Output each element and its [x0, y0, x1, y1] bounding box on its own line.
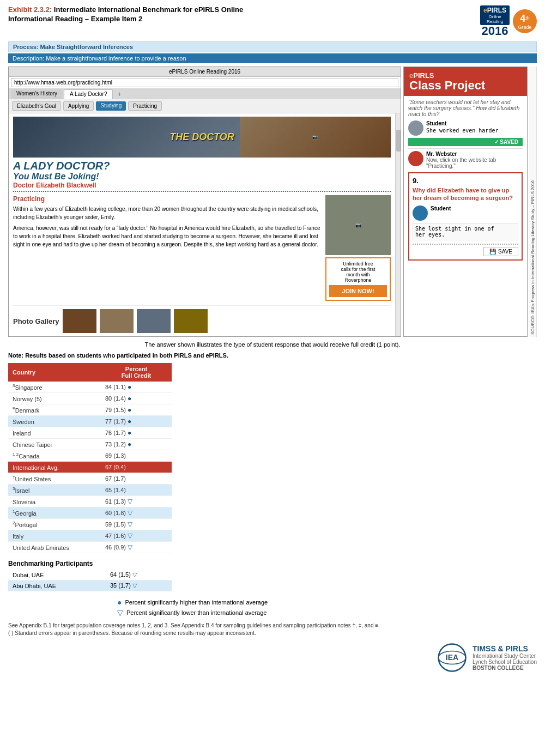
instructor-avatar — [408, 151, 423, 166]
ad-line4: Roverphone — [329, 277, 387, 283]
grade-badge: 4th — [520, 13, 530, 25]
table-row: ≡Denmark 79 (1.5) ● — [8, 404, 172, 416]
table-row: †United States 67 (1.7) — [8, 473, 172, 485]
tab-lady-doctor[interactable]: A Lady Doctor? — [64, 89, 113, 99]
note: Note: Results based on students who part… — [8, 352, 537, 359]
ad-line3: month with — [329, 272, 387, 277]
table-row: Ireland 76 (1.7) ● — [8, 427, 172, 439]
student-avatar-1 — [408, 120, 423, 136]
source-text: SOURCE: IEA's Progress in International … — [530, 180, 535, 335]
browser-url[interactable]: http://www.hmaa-web.org/practicing.html — [11, 78, 398, 87]
col-percent: Percent Full Credit — [101, 363, 172, 382]
iea-logo: IEA — [437, 643, 467, 673]
saved-badge: ✓ SAVED — [408, 138, 523, 146]
table-row: 1 2Canada 69 (1.3) — [8, 450, 172, 462]
browser-title: ePIRLS Online Reading 2016 — [9, 67, 401, 77]
svg-text:IEA: IEA — [446, 653, 458, 662]
table-row: Chinese Taipei 73 (1.2) ● — [8, 439, 172, 450]
scrollbar-thumb[interactable] — [396, 130, 401, 152]
right-panel: ePIRLS Class Project "Some teachers woul… — [403, 66, 528, 337]
brand-sub2: Reading — [483, 19, 506, 24]
table-row: 2Portugal 59 (1.5) ▽ — [8, 519, 172, 530]
table-row: Italy 47 (1.6) ▽ — [8, 530, 172, 542]
data-table: Country Percent Full Credit 3Singapore 8… — [8, 363, 172, 553]
article-title: A LADY DOCTOR? — [13, 160, 391, 172]
table-row: International Avg. 67 (0.4) — [8, 462, 172, 473]
nav-goal[interactable]: Elizabeth's Goal — [12, 101, 61, 111]
instructor-label: Mr. Webster — [426, 151, 523, 157]
student-avatar-2 — [413, 205, 428, 221]
article-title2: You Must Be Joking! — [13, 172, 391, 182]
question-number: 9. — [413, 177, 518, 185]
ad-line1: Unlimited free — [329, 261, 387, 267]
bench-title: Benchmarking Participants — [8, 560, 537, 567]
student-answer-1: She worked even harder — [426, 128, 498, 134]
year-label: 2016 — [480, 25, 510, 37]
col-country: Country — [8, 363, 101, 382]
legend-up-text: Percent significantly higher than intern… — [125, 599, 268, 606]
tab-womens-history[interactable]: Women's History — [11, 89, 63, 99]
student-label-2: Student — [431, 205, 451, 211]
exhibit-label: Exhibit 2.3.2: — [8, 5, 52, 14]
brand-name: ePIRLS — [483, 7, 506, 14]
legend-down-icon: ▽ — [117, 608, 123, 617]
description-bar: Description: Make a straightforward infe… — [8, 53, 537, 63]
rp-title: Class Project — [409, 80, 522, 92]
legend-up-icon: ● — [117, 598, 122, 607]
legend: ● Percent significantly higher than inte… — [8, 598, 537, 617]
question-text: Why did Elizabeth have to give up her dr… — [413, 186, 518, 202]
nav-practicing[interactable]: Practicing — [128, 101, 162, 111]
rp-instruction: Now, click on the website tab "Practicin… — [426, 157, 523, 169]
article-subtitle: Doctor Elizabeth Blackwell — [13, 182, 391, 189]
student-label-1: Student — [426, 120, 498, 126]
table-row: United Arab Emirates 46 (0.9) ▽ — [8, 542, 172, 553]
table-row: Sweden 77 (1.7) ● — [8, 416, 172, 427]
save-button[interactable]: 💾 SAVE — [483, 247, 518, 256]
caption: The answer shown illustrates the type of… — [8, 341, 537, 348]
table-row: 1Georgia 60 (1.8) ▽ — [8, 507, 172, 519]
gallery-label: Photo Gallery — [13, 317, 59, 325]
exhibit-title: Intermediate International Benchmark for… — [54, 5, 243, 14]
table-row: 3Singapore 84 (1.1) ● — [8, 382, 172, 393]
process-bar: Process: Make Straightforward Inferences — [8, 41, 537, 52]
legend-down-text: Percent significantly lower than interna… — [126, 609, 267, 616]
save-icon: 💾 — [489, 249, 496, 255]
footer-note1: See Appendix B.1 for target population c… — [8, 622, 537, 628]
bench-row: Abu Dhabi, UAE 35 (1.7) ▽ — [8, 580, 172, 591]
gallery-thumb-3[interactable] — [137, 309, 171, 333]
nav-studying[interactable]: Studying — [96, 101, 126, 111]
bench-row: Dubai, UAE 64 (1.5) ▽ — [8, 570, 172, 580]
section-heading: Practicing — [13, 195, 322, 203]
gallery-thumb-2[interactable] — [100, 309, 134, 333]
ad-cta[interactable]: JOIN NOW! — [329, 285, 387, 297]
gallery-thumb-1[interactable] — [63, 309, 96, 333]
footer-logo-text: TIMSS & PIRLS International Study Center… — [473, 644, 537, 671]
rp-question-context: "Some teachers would not let her stay an… — [408, 99, 523, 117]
table-row: 3Israel 65 (1.4) — [8, 485, 172, 496]
browser-window: ePIRLS Online Reading 2016 http://www.hm… — [8, 66, 401, 337]
paragraph-1: Within a few years of Elizabeth leaving … — [13, 205, 322, 221]
nav-applying[interactable]: Applying — [63, 101, 94, 111]
ad-line2: calls for the first — [329, 267, 387, 272]
grade-label: Grade — [518, 25, 531, 30]
page-subtitle: Informational Reading – Example Item 2 — [8, 15, 480, 23]
gallery-thumb-4[interactable] — [174, 309, 208, 333]
new-tab-button[interactable]: + — [114, 89, 124, 99]
table-row: Norway (5) 80 (1.4) ● — [8, 393, 172, 404]
table-row: Slovenia 61 (1.3) ▽ — [8, 496, 172, 507]
bench-table: Dubai, UAE 64 (1.5) ▽ Abu Dhabi, UAE 35 … — [8, 570, 172, 591]
paragraph-2: America, however, was still not ready fo… — [13, 224, 322, 249]
student-answer-2: She lost sight in one of her eyes. — [413, 223, 518, 240]
brand-sub1: Online — [483, 14, 506, 19]
footer-note2: ( ) Standard errors appear in parenthese… — [8, 630, 537, 636]
